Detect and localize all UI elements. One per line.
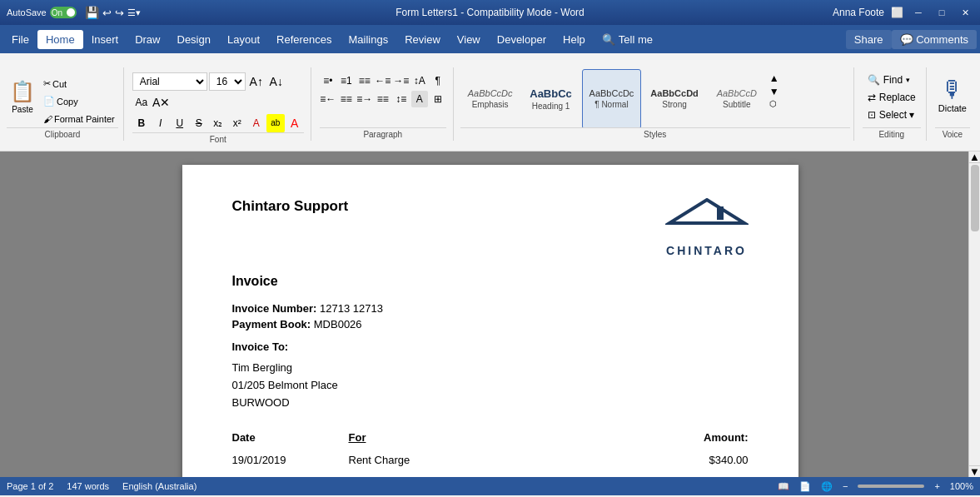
close-button[interactable]: ✕ bbox=[957, 4, 973, 21]
quick-access-icon[interactable]: ☰▾ bbox=[127, 7, 141, 18]
clear-format-button[interactable]: A✕ bbox=[152, 93, 171, 112]
zoom-out-button[interactable]: − bbox=[843, 481, 848, 491]
scroll-up-button[interactable]: ▲ bbox=[969, 152, 980, 163]
menu-help[interactable]: Help bbox=[555, 30, 594, 49]
menu-insert[interactable]: Insert bbox=[83, 30, 127, 49]
line-spacing-button[interactable]: ↕≡ bbox=[393, 91, 410, 107]
autosave-dot bbox=[67, 8, 75, 17]
subscript-button[interactable]: x₂ bbox=[209, 114, 227, 132]
invoice-number-value: 12713 bbox=[320, 302, 350, 315]
document-page[interactable]: Chintaro Support CHINTARO Invoice bbox=[182, 165, 798, 477]
show-marks-button[interactable]: ¶ bbox=[430, 72, 446, 89]
highlight-button[interactable]: ab bbox=[266, 114, 285, 132]
menu-file[interactable]: File bbox=[3, 30, 37, 49]
cut-button[interactable]: ✂ Cut bbox=[40, 76, 118, 92]
font-color2-button[interactable]: A bbox=[286, 114, 304, 132]
find-dropdown-icon: ▾ bbox=[906, 76, 910, 84]
numbering-button[interactable]: ≡1 bbox=[338, 72, 355, 89]
menu-design[interactable]: Design bbox=[169, 30, 219, 49]
word-count: 147 words bbox=[67, 481, 109, 491]
document-area: Chintaro Support CHINTARO Invoice bbox=[0, 152, 980, 477]
font-name-row: Arial 16 A↑ A↓ bbox=[132, 72, 304, 91]
borders-button[interactable]: ⊞ bbox=[430, 91, 446, 107]
menu-view[interactable]: View bbox=[449, 30, 489, 49]
superscript-button[interactable]: x² bbox=[228, 114, 246, 132]
styles-scroll-down-icon[interactable]: ▼ bbox=[769, 86, 779, 97]
menu-developer[interactable]: Developer bbox=[489, 30, 555, 49]
menu-review[interactable]: Review bbox=[396, 30, 449, 49]
menu-references[interactable]: References bbox=[268, 30, 340, 49]
font-format-row: B I U S x₂ x² A ab A bbox=[132, 114, 304, 132]
menu-mailings[interactable]: Mailings bbox=[341, 30, 397, 49]
shading-button[interactable]: A bbox=[411, 91, 428, 107]
print-layout-icon[interactable]: 📄 bbox=[799, 481, 811, 492]
dictate-button[interactable]: 🎙 Dictate bbox=[935, 72, 970, 117]
strikethrough-button[interactable]: S bbox=[190, 114, 208, 132]
format-painter-button[interactable]: 🖌 Format Painter bbox=[40, 111, 118, 127]
increase-indent-button[interactable]: →≡ bbox=[393, 72, 410, 89]
undo-icon[interactable]: ↩ bbox=[102, 7, 112, 19]
zoom-slider[interactable] bbox=[858, 485, 924, 488]
window-restore-icon[interactable]: ⬜ bbox=[891, 7, 903, 18]
invoice-number-label: Invoice Number: bbox=[232, 302, 317, 315]
share-button[interactable]: Share bbox=[846, 30, 892, 49]
paste-button[interactable]: 📋 Paste bbox=[7, 72, 38, 122]
font-size-select[interactable]: 16 bbox=[209, 72, 246, 91]
minimize-button[interactable]: ─ bbox=[910, 4, 927, 21]
multilevel-button[interactable]: ≡≡ bbox=[356, 72, 373, 89]
address-line1: 01/205 Belmont Place bbox=[232, 377, 749, 395]
change-case-button[interactable]: Aa bbox=[132, 93, 151, 112]
clipboard-group: 📋 Paste ✂ Cut 📄 Copy 🖌 Format Painter bbox=[5, 67, 124, 141]
align-center-button[interactable]: ≡≡ bbox=[338, 91, 355, 107]
focus-mode-icon[interactable]: 📖 bbox=[778, 481, 789, 492]
scroll-track bbox=[969, 163, 980, 465]
style-emphasis[interactable]: AaBbCcDc Emphasis bbox=[460, 69, 520, 127]
cut-icon: ✂ bbox=[43, 78, 51, 89]
save-icon[interactable]: 💾 bbox=[85, 6, 99, 19]
replace-button[interactable]: ⇄ Replace bbox=[863, 90, 921, 105]
shrink-font-button[interactable]: A↓ bbox=[267, 72, 286, 91]
menu-draw[interactable]: Draw bbox=[127, 30, 168, 49]
style-subtitle[interactable]: AaBbCcD Subtitle bbox=[708, 69, 766, 127]
menu-home[interactable]: Home bbox=[37, 30, 83, 49]
select-button[interactable]: ⊡ Select ▾ bbox=[863, 107, 921, 122]
web-layout-icon[interactable]: 🌐 bbox=[821, 481, 833, 492]
decrease-indent-button[interactable]: ←≡ bbox=[375, 72, 391, 89]
copy-icon: 📄 bbox=[43, 96, 55, 107]
paste-label: Paste bbox=[12, 105, 33, 114]
style-normal[interactable]: AaBbCcDc ¶ Normal bbox=[582, 69, 642, 127]
align-left-button[interactable]: ≡← bbox=[320, 91, 336, 107]
user-name: Anna Foote bbox=[833, 7, 884, 18]
menu-bar: File Home Insert Draw Design Layout Refe… bbox=[0, 25, 980, 53]
styles-label: Styles bbox=[460, 127, 850, 141]
font-color-button[interactable]: A bbox=[247, 114, 266, 132]
autosave-toggle[interactable]: On bbox=[50, 7, 77, 18]
paragraph-group: ≡• ≡1 ≡≡ ←≡ →≡ ↕A ¶ ≡← ≡≡ ≡→ ≡≡ ↕≡ A ⊞ bbox=[315, 67, 454, 141]
title-bar-right: Anna Foote ⬜ ─ □ ✕ bbox=[651, 4, 973, 21]
redo-icon[interactable]: ↪ bbox=[115, 7, 124, 19]
styles-scroll-up-icon[interactable]: ▲ bbox=[769, 72, 779, 84]
italic-button[interactable]: I bbox=[152, 114, 170, 132]
justify-button[interactable]: ≡≡ bbox=[375, 91, 391, 107]
style-strong[interactable]: AaBbCcDd Strong bbox=[643, 69, 705, 127]
maximize-button[interactable]: □ bbox=[933, 4, 950, 21]
find-button[interactable]: 🔍 Find ▾ bbox=[863, 72, 921, 87]
sort-button[interactable]: ↕A bbox=[411, 72, 428, 89]
comments-button[interactable]: 💬 Comments bbox=[892, 30, 977, 49]
page-indicator: Page 1 of 2 bbox=[7, 481, 53, 491]
scroll-thumb[interactable] bbox=[971, 165, 979, 231]
scroll-down-button[interactable]: ▼ bbox=[969, 465, 980, 477]
align-right-button[interactable]: ≡→ bbox=[356, 91, 373, 107]
bold-button[interactable]: B bbox=[132, 114, 151, 132]
copy-button[interactable]: 📄 Copy bbox=[40, 93, 118, 110]
bullets-button[interactable]: ≡• bbox=[320, 72, 336, 89]
style-heading1[interactable]: AaBbCc Heading 1 bbox=[522, 69, 580, 127]
zoom-in-button[interactable]: + bbox=[934, 481, 939, 491]
vertical-scrollbar[interactable]: ▲ ▼ bbox=[968, 152, 980, 477]
menu-tell-me[interactable]: 🔍 Tell me bbox=[594, 30, 661, 49]
styles-expand-icon[interactable]: ⬡ bbox=[769, 99, 779, 108]
font-name-select[interactable]: Arial bbox=[132, 72, 207, 91]
menu-layout[interactable]: Layout bbox=[219, 30, 268, 49]
grow-font-button[interactable]: A↑ bbox=[247, 72, 266, 91]
underline-button[interactable]: U bbox=[171, 114, 189, 132]
